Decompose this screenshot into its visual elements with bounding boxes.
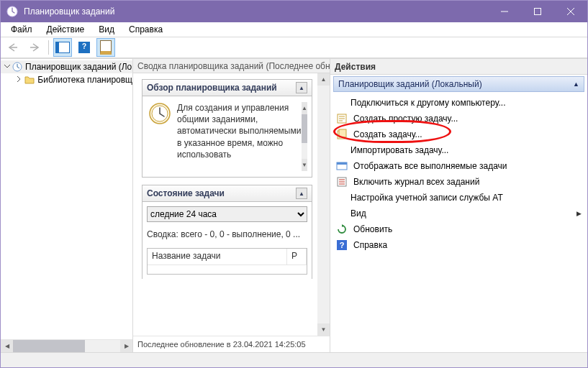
show-hide-console-tree-button[interactable] <box>53 38 72 57</box>
tree-horizontal-scrollbar[interactable]: ◀ ▶ <box>1 339 132 352</box>
overview-section-header[interactable]: Обзор планировщика заданий ▲ <box>143 80 312 96</box>
collapse-icon[interactable]: ▲ <box>296 82 307 93</box>
scroll-left-arrow-icon[interactable]: ◀ <box>1 340 13 352</box>
chevron-right-icon: ▶ <box>576 210 582 217</box>
menu-file[interactable]: Файл <box>4 23 40 36</box>
scroll-thumb[interactable] <box>302 114 307 143</box>
action-label: Справка <box>353 240 387 250</box>
tree-library-node[interactable]: Библиотека планировщ <box>1 73 132 86</box>
app-clock-icon <box>6 6 18 17</box>
status-body: следние 24 часа Сводка: всего - 0, 0 - в… <box>143 202 312 279</box>
maximize-button[interactable] <box>521 1 554 22</box>
summary-pane: Сводка планировщика заданий (Последнее о… <box>133 59 330 352</box>
action-label: Вид <box>350 208 366 218</box>
action-create-task[interactable]: Создать задачу... <box>332 126 586 142</box>
tree-expand-icon[interactable] <box>15 75 23 84</box>
action-label: Настройка учетной записи службы AT <box>350 193 503 203</box>
pane-action-icon <box>100 40 112 55</box>
last-update-label: Последнее обновление в 23.04.2021 14:25:… <box>133 336 330 352</box>
wizard-icon <box>336 113 348 124</box>
action-create-basic-task[interactable]: Создать простую задачу... <box>332 111 586 126</box>
column-task-name[interactable]: Название задачи <box>148 249 287 264</box>
actions-pane-title: Действия <box>330 59 587 75</box>
status-summary: Сводка: всего - 0, 0 - выполнение, 0 ... <box>147 229 307 239</box>
status-section-header[interactable]: Состояние задачи ▲ <box>143 185 312 202</box>
new-task-icon <box>336 129 348 140</box>
toolbar-help-button[interactable]: ? <box>75 38 94 57</box>
clock-icon <box>12 61 22 73</box>
action-display-running[interactable]: Отображать все выполняемые задачи <box>332 158 586 174</box>
table-body <box>148 265 307 274</box>
status-title: Состояние задачи <box>147 188 225 198</box>
tree-library-label: Библиотека планировщ <box>37 75 132 85</box>
action-at-account[interactable]: Настройка учетной записи службы AT <box>332 190 586 206</box>
scroll-right-arrow-icon[interactable]: ▶ <box>120 340 132 352</box>
large-clock-icon <box>148 102 171 125</box>
actions-group-header[interactable]: Планировщик заданий (Локальный) ▲ <box>333 76 584 92</box>
action-help[interactable]: ? Справка <box>332 237 586 253</box>
pane-tree-icon <box>55 42 70 53</box>
scroll-up-arrow-icon[interactable]: ▲ <box>317 73 330 86</box>
action-connect[interactable]: Подключиться к другому компьютеру... <box>332 95 586 111</box>
scroll-down-arrow-icon[interactable]: ▼ <box>302 159 307 171</box>
overview-text: Для создания и управления общими задания… <box>177 102 302 171</box>
collapse-icon[interactable]: ▲ <box>296 188 307 199</box>
actions-pane: Действия Планировщик заданий (Локальный)… <box>330 59 587 352</box>
status-table: Название задачи Р <box>147 248 307 275</box>
action-view-submenu[interactable]: Вид ▶ <box>332 206 586 221</box>
window-controls <box>488 1 587 22</box>
toolbar-separator <box>48 40 49 55</box>
action-enable-history[interactable]: Включить журнал всех заданий <box>332 174 586 190</box>
overview-title: Обзор планировщика заданий <box>147 83 277 93</box>
help-icon: ? <box>336 239 348 251</box>
show-hide-action-pane-button[interactable] <box>96 38 115 57</box>
overview-body: Для создания и управления общими задания… <box>143 96 312 177</box>
actions-group-title: Планировщик заданий (Локальный) <box>338 79 482 89</box>
window-title: Планировщик заданий <box>24 6 488 17</box>
action-label: Отображать все выполняемые задачи <box>353 161 507 171</box>
nav-back-button <box>4 38 22 57</box>
tree-pane: Планировщик заданий (Лок Библиотека план… <box>1 59 133 352</box>
help-icon: ? <box>78 42 90 53</box>
action-label: Создать задачу... <box>353 129 422 139</box>
table-header-row: Название задачи Р <box>148 249 307 265</box>
summary-vertical-scrollbar[interactable]: ▲ ▼ <box>317 73 330 336</box>
summary-pane-header: Сводка планировщика заданий (Последнее о… <box>133 59 330 73</box>
refresh-icon <box>336 224 348 235</box>
menubar: Файл Действие Вид Справка <box>1 22 587 37</box>
action-label: Подключиться к другому компьютеру... <box>350 98 506 108</box>
toolbar: ? <box>1 37 587 58</box>
close-button[interactable] <box>554 1 587 22</box>
minimize-button[interactable] <box>488 1 521 22</box>
status-period-select[interactable]: следние 24 часа <box>147 206 307 222</box>
scroll-down-arrow-icon[interactable]: ▼ <box>317 323 330 336</box>
titlebar: Планировщик заданий <box>1 1 587 22</box>
svg-rect-1 <box>535 9 541 15</box>
summary-content: ▲ ▼ Обзор планировщика заданий ▲ <box>133 73 330 336</box>
action-refresh[interactable]: Обновить <box>332 221 586 237</box>
overview-scrollbar[interactable]: ▲ ▼ <box>302 102 307 171</box>
task-status-section: Состояние задачи ▲ следние 24 часа Сводк… <box>142 185 312 279</box>
action-import-task[interactable]: Импортировать задачу... <box>332 142 586 158</box>
svg-rect-7 <box>339 129 346 137</box>
scroll-up-arrow-icon[interactable]: ▲ <box>302 102 307 114</box>
scroll-thumb[interactable] <box>13 340 85 352</box>
collapse-triangle-icon: ▲ <box>573 80 579 88</box>
menu-view[interactable]: Вид <box>91 23 122 36</box>
menu-action[interactable]: Действие <box>40 23 92 36</box>
action-label: Включить журнал всех заданий <box>353 177 479 187</box>
tree-expand-icon[interactable] <box>4 63 11 71</box>
svg-text:?: ? <box>340 241 345 249</box>
app-window: Планировщик заданий Файл Действие Вид Сп… <box>0 0 588 368</box>
tree-root-label: Планировщик заданий (Лок <box>25 62 132 72</box>
menu-help[interactable]: Справка <box>122 23 170 36</box>
nav-forward-button <box>25 38 44 57</box>
main-content: Планировщик заданий (Лок Библиотека план… <box>1 58 587 352</box>
scroll-track[interactable] <box>13 340 120 352</box>
tree-root-node[interactable]: Планировщик заданий (Лок <box>1 60 132 73</box>
running-tasks-icon <box>336 160 348 172</box>
status-bar <box>1 352 587 367</box>
folder-icon <box>24 74 35 86</box>
column-result[interactable]: Р <box>287 249 307 264</box>
action-label: Импортировать задачу... <box>350 145 448 155</box>
